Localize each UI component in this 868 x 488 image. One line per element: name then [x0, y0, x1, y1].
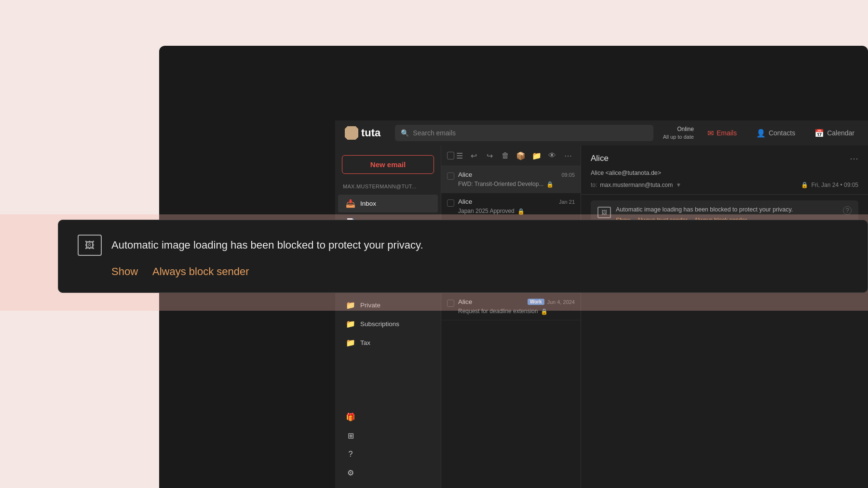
sidebar-item-inbox[interactable]: 📥 Inbox — [338, 195, 438, 212]
tooltip-actions: Show Always block sender — [78, 265, 848, 278]
to-label: to: — [591, 182, 597, 188]
sidebar-item-private[interactable]: 📁 Private — [338, 296, 438, 314]
email-list: ☰ ↩ ↪ 🗑 📦 📁 👁 ⋯ A — [441, 145, 581, 488]
topbar-status: Online All up to date — [663, 125, 694, 141]
blocked-image-icon: 🖼 — [597, 207, 611, 218]
email-content: Alice 09:05 FWD: Transit-Oriented Develo… — [458, 171, 575, 188]
forward-button[interactable]: ↪ — [483, 148, 497, 163]
topbar-nav: ✉ Emails 👤 Contacts 📅 Calendar — [704, 127, 858, 140]
privacy-help-button[interactable]: ? — [843, 206, 852, 215]
reply-button[interactable]: ↩ — [467, 148, 481, 163]
more-actions-button[interactable]: ⋯ — [561, 148, 575, 163]
status-subtitle: All up to date — [663, 133, 694, 141]
sidebar-bottom: 🎁 ⊞ ? ⚙ — [335, 408, 441, 482]
email-sender: Alice — [458, 198, 472, 205]
email-checkbox[interactable] — [447, 172, 454, 180]
logo: tuta — [345, 126, 380, 140]
sidebar-subscriptions-label: Subscriptions — [360, 320, 399, 328]
delete-button[interactable]: 🗑 — [498, 148, 512, 163]
email-items: Alice 09:05 FWD: Transit-Oriented Develo… — [441, 166, 581, 488]
email-sender: Alice — [458, 298, 472, 305]
tax-folder-icon: 📁 — [346, 338, 355, 347]
account-label: MAX.MUSTERMANN@TUT... — [335, 182, 441, 194]
sidebar-item-tax[interactable]: 📁 Tax — [338, 334, 438, 352]
email-content: Alice Jan 21 Japan 2025 Approved 🔒 — [458, 198, 575, 215]
select-all-checkbox[interactable] — [447, 152, 454, 159]
email-subject: Request for deadline extension 🔒 — [458, 307, 575, 315]
search-placeholder: Search emails — [413, 129, 456, 137]
tooltip-show-link[interactable]: Show — [111, 265, 138, 278]
privacy-message: Automatic image loading has been blocked… — [616, 206, 838, 213]
nav-emails-label: Emails — [717, 129, 737, 137]
main-content: New email MAX.MUSTERMANN@TUT... 📥 Inbox … — [335, 145, 868, 488]
tooltip-message: Automatic image loading has been blocked… — [111, 239, 423, 251]
logo-text: tuta — [361, 127, 380, 139]
detail-more-button[interactable]: ⋯ — [850, 153, 858, 164]
email-subject: Japan 2025 Approved 🔒 — [458, 207, 575, 215]
lock-icon: 🔒 — [517, 208, 525, 215]
settings-icon: ⚙ — [346, 468, 355, 477]
email-date: Jan 21 — [559, 199, 575, 205]
lock-icon: 🔒 — [541, 308, 548, 315]
new-email-button[interactable]: New email — [342, 155, 434, 174]
email-item[interactable]: Alice Work Jun 4, 2024 Request for deadl… — [441, 293, 581, 320]
detail-date: 🔒 Fri, Jan 24 • 09:05 — [801, 182, 858, 188]
email-header: Alice Work Jun 4, 2024 — [458, 298, 575, 305]
lock-icon-detail: 🔒 — [801, 182, 808, 188]
mark-unread-button[interactable]: 👁 — [545, 148, 559, 163]
date-text: Fri, Jan 24 • 09:05 — [811, 182, 858, 188]
subscriptions-folder-icon: 📁 — [346, 319, 355, 329]
tooltip-image-icon: 🖼 — [78, 235, 102, 256]
email-checkbox[interactable] — [447, 300, 454, 307]
sidebar-add-account-button[interactable]: ⊞ — [338, 427, 438, 445]
search-bar[interactable]: 🔍 Search emails — [395, 125, 653, 141]
sidebar-inbox-label: Inbox — [360, 200, 376, 207]
tooltip-always-block-link[interactable]: Always block sender — [152, 265, 249, 278]
email-item[interactable]: Alice 09:05 FWD: Transit-Oriented Develo… — [441, 166, 581, 193]
detail-date-row: to: max.mustermann@tuta.com ▼ 🔒 Fri, Jan… — [591, 182, 858, 188]
detail-subject-row: Alice ⋯ — [591, 153, 858, 164]
logo-icon — [345, 126, 358, 140]
email-item[interactable]: Alice Jan 21 Japan 2025 Approved 🔒 — [441, 193, 581, 220]
add-account-icon: ⊞ — [346, 431, 355, 440]
app-container: tuta 🔍 Search emails Online All up to da… — [335, 120, 868, 488]
sidebar-item-subscriptions[interactable]: 📁 Subscriptions — [338, 315, 438, 333]
lock-icon: 🔒 — [546, 181, 554, 188]
help-icon: ? — [346, 450, 355, 459]
sidebar-help-button[interactable]: ? — [338, 446, 438, 463]
tooltip-overlay: 🖼 Automatic image loading has been block… — [58, 220, 868, 293]
nav-contacts-label: Contacts — [769, 129, 795, 137]
sidebar-tax-label: Tax — [360, 339, 370, 346]
archive-button[interactable]: 📦 — [514, 148, 528, 163]
email-checkbox[interactable] — [447, 199, 454, 207]
search-icon: 🔍 — [401, 129, 409, 137]
status-online: Online — [663, 125, 694, 133]
topbar: tuta 🔍 Search emails Online All up to da… — [335, 120, 868, 145]
nav-calendar-label: Calendar — [827, 129, 854, 137]
gift-icon: 🎁 — [346, 412, 355, 422]
from-address: Alice <alice@tutanota.de> — [591, 170, 661, 176]
tooltip-row: 🖼 Automatic image loading has been block… — [78, 235, 848, 256]
filter-icon[interactable]: ☰ — [456, 151, 463, 160]
expand-recipients[interactable]: ▼ — [676, 182, 681, 188]
sidebar-gift-button[interactable]: 🎁 — [338, 408, 438, 426]
move-button[interactable]: 📁 — [529, 148, 543, 163]
email-detail: Alice ⋯ Alice <alice@tutanota.de> to: ma… — [581, 145, 868, 488]
inbox-icon: 📥 — [346, 199, 355, 208]
email-list-top-actions: ☰ ↩ ↪ 🗑 📦 📁 👁 ⋯ — [441, 145, 581, 166]
detail-subject: Alice — [591, 154, 609, 163]
sidebar-private-label: Private — [360, 302, 380, 309]
contacts-icon: 👤 — [756, 129, 766, 138]
email-content: Alice Work Jun 4, 2024 Request for deadl… — [458, 298, 575, 315]
work-tag-badge: Work — [528, 299, 544, 305]
private-folder-icon: 📁 — [346, 301, 355, 310]
email-subject: FWD: Transit-Oriented Develop... 🔒 — [458, 180, 575, 188]
email-header: Alice 09:05 — [458, 171, 575, 178]
nav-calendar[interactable]: 📅 Calendar — [811, 127, 858, 140]
emails-icon: ✉ — [707, 129, 714, 138]
email-sender: Alice — [458, 171, 472, 178]
detail-meta: Alice <alice@tutanota.de> — [591, 168, 858, 179]
nav-emails[interactable]: ✉ Emails — [704, 127, 741, 140]
nav-contacts[interactable]: 👤 Contacts — [752, 127, 799, 140]
sidebar-settings-button[interactable]: ⚙ — [338, 464, 438, 482]
